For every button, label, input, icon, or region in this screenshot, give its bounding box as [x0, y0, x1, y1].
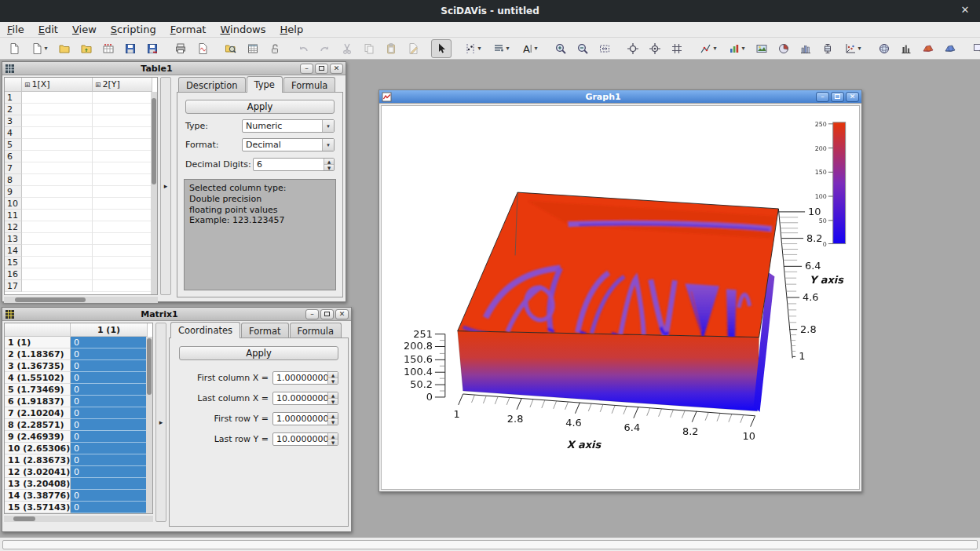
first-row-y-spinbox[interactable]: 1.00000000( ▲▼ [272, 412, 338, 425]
corner-header-cell[interactable] [5, 78, 22, 92]
screen-reader-icon[interactable] [623, 39, 643, 58]
new-aspect-menu-icon[interactable]: ▾ [26, 39, 53, 58]
row-number[interactable]: 7 [5, 162, 22, 174]
menu-windows[interactable]: Windows [213, 22, 272, 37]
plot-box-icon[interactable] [817, 39, 838, 58]
matrix-cell[interactable]: 0 [71, 360, 148, 372]
plot-3d-scatter-icon[interactable]: ▾ [839, 39, 866, 58]
matrix-row-header[interactable]: 3 (1.36735) [5, 360, 71, 372]
matrix-cell[interactable]: 0 [71, 431, 148, 443]
table-cell[interactable] [93, 151, 152, 162]
table-cell[interactable] [22, 210, 93, 221]
type-combobox[interactable]: Numeric ▾ [242, 119, 335, 133]
table-cell[interactable] [22, 104, 93, 115]
select-data-range-icon[interactable]: ▾ [459, 39, 486, 58]
lock-toolbars-icon[interactable] [265, 39, 285, 58]
table-cell[interactable] [22, 115, 93, 127]
table-cell[interactable] [22, 233, 93, 245]
matrix-cell[interactable]: 0 [71, 454, 148, 466]
import-ascii-icon[interactable] [98, 39, 119, 58]
spin-up-icon[interactable]: ▲ [328, 433, 338, 440]
close-icon[interactable]: ✕ [330, 64, 343, 74]
matrix-row-header[interactable]: 7 (2.10204) [5, 407, 71, 419]
matrix-cell[interactable]: 0 [71, 384, 148, 396]
matrix-cell[interactable]: 0 [71, 502, 148, 513]
matrix-cell[interactable]: 0 [71, 348, 148, 360]
graph1-title-bar[interactable]: Graph1 – ✕ [379, 90, 861, 104]
first-column-x-spinbox[interactable]: 1.00000000( ▲▼ [272, 371, 338, 385]
matrix-cell[interactable]: 0 [71, 396, 148, 407]
minimize-icon[interactable]: – [816, 92, 829, 102]
last-column-x-spinbox[interactable]: 10.0000000( ▲▼ [272, 392, 338, 405]
cut-icon[interactable] [337, 39, 357, 58]
table-cell[interactable] [22, 174, 93, 186]
table-cell[interactable] [22, 221, 93, 233]
open-project-icon[interactable] [54, 39, 75, 58]
undo-icon[interactable] [293, 39, 313, 58]
tab-type[interactable]: Type [247, 76, 283, 93]
matrix-cell[interactable]: 0 [71, 419, 148, 431]
matrix-row-header[interactable]: 1 (1) [5, 337, 71, 348]
table-cell[interactable] [22, 268, 93, 280]
horizontal-scrollbar[interactable] [4, 297, 158, 303]
open-template-icon[interactable] [76, 39, 97, 58]
spin-down-icon[interactable]: ▼ [328, 399, 338, 404]
matrix-cell[interactable]: 0 [71, 466, 148, 478]
list-options-icon[interactable]: ▾ [488, 39, 514, 58]
matrix-row-header[interactable]: 11 (2.83673) [5, 454, 71, 466]
plot-line-icon[interactable]: ▾ [695, 39, 722, 58]
row-number[interactable]: 10 [5, 198, 22, 210]
table-cell[interactable] [22, 127, 93, 139]
column-header-1x[interactable]: ⊞1[X] [22, 78, 93, 92]
row-number[interactable]: 12 [5, 221, 22, 233]
spin-up-icon[interactable]: ▲ [328, 413, 338, 419]
tab-coordinates[interactable]: Coordinates [170, 322, 240, 338]
plot-3d-surface-alt-icon[interactable] [940, 39, 960, 58]
spin-down-icon[interactable]: ▼ [328, 419, 338, 425]
table-cell[interactable] [93, 174, 152, 186]
row-number[interactable]: 15 [5, 257, 22, 268]
matrix-cell[interactable]: 0 [71, 372, 148, 384]
matrix-row-header[interactable]: 12 (3.02041) [5, 466, 71, 478]
table-cell[interactable] [22, 280, 93, 292]
rescale-icon[interactable] [594, 39, 615, 58]
table-cell[interactable] [93, 139, 152, 151]
matrix-cell[interactable] [71, 478, 148, 490]
apply-button[interactable]: Apply [185, 100, 335, 114]
matrix-row-header[interactable]: 8 (2.28571) [5, 419, 71, 431]
table-cell[interactable] [22, 92, 93, 104]
table-cell[interactable] [22, 186, 93, 198]
spin-down-icon[interactable]: ▼ [328, 440, 338, 445]
matrix-cell[interactable]: 0 [71, 407, 148, 419]
matrix-cell[interactable]: 0 [71, 490, 148, 502]
menu-scripting[interactable]: Scripting [104, 22, 163, 37]
format-combobox[interactable]: Decimal ▾ [242, 138, 335, 151]
spin-up-icon[interactable]: ▲ [328, 372, 338, 378]
row-number[interactable]: 8 [5, 174, 22, 186]
matrix-row-header[interactable]: 9 (2.46939) [5, 431, 71, 443]
matrix-row-header[interactable]: 6 (1.91837) [5, 396, 71, 407]
column-header-2y[interactable]: ⊞2[Y] [93, 78, 152, 92]
maximize-icon[interactable] [831, 92, 844, 102]
table-cell[interactable] [93, 92, 152, 104]
plot-3d-histogram-icon[interactable] [896, 39, 916, 58]
plot-pie-icon[interactable] [773, 39, 794, 58]
row-number[interactable]: 14 [5, 245, 22, 257]
maximize-icon[interactable] [315, 64, 328, 74]
print-icon[interactable] [170, 39, 191, 58]
close-icon[interactable]: ✕ [846, 92, 859, 102]
zoom-in-icon[interactable] [550, 39, 571, 58]
matrix-row-header[interactable]: 13 (3.20408) [5, 478, 71, 490]
save-project-icon[interactable] [120, 39, 141, 58]
minimize-icon[interactable]: – [305, 309, 319, 319]
plot3d-canvas[interactable]: 251 200.8 150.6 100.4 50.2 0 1 2.8 4.6 6… [381, 105, 860, 490]
maximize-icon[interactable] [320, 309, 334, 319]
decimal-digits-spinbox[interactable]: 6 ▲▼ [253, 158, 335, 171]
table-cell[interactable] [93, 210, 152, 221]
menu-edit[interactable]: Edit [31, 22, 65, 37]
edit-icon[interactable] [403, 39, 423, 58]
new-project-icon[interactable] [4, 39, 24, 58]
close-icon[interactable]: ✕ [958, 4, 972, 16]
row-number[interactable]: 11 [5, 210, 22, 221]
vertical-scrollbar[interactable] [146, 337, 152, 513]
